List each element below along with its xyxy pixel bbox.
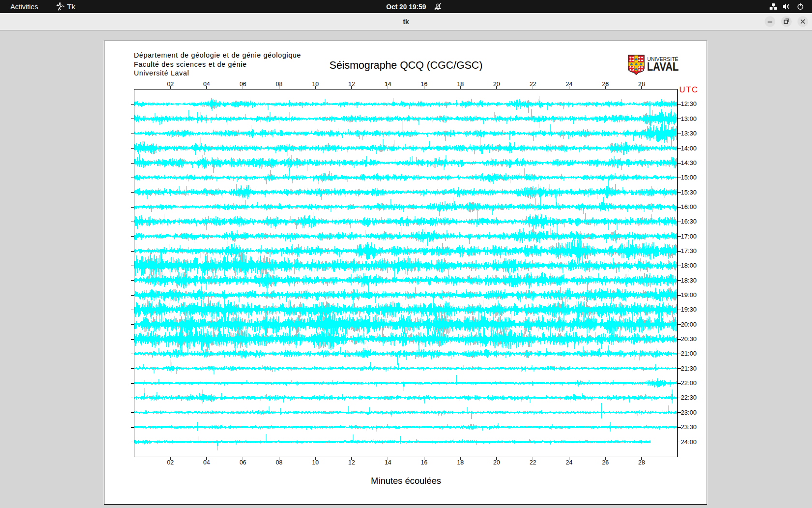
svg-text:LAVAL: LAVAL [647,60,679,73]
